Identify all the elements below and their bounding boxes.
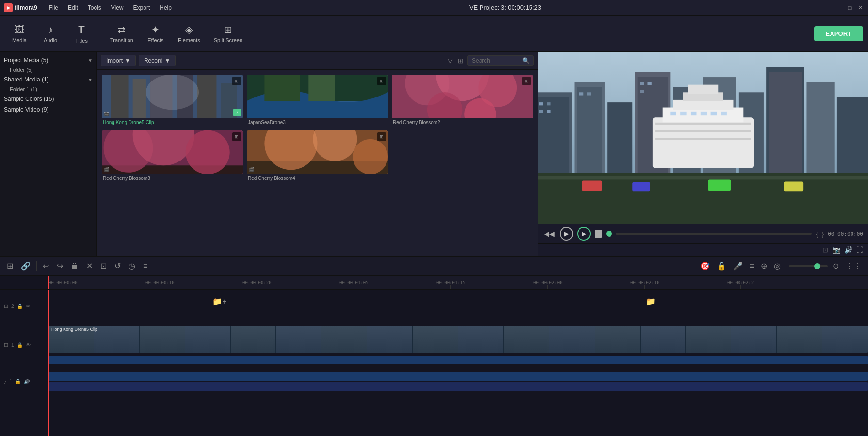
transition-label: Transition — [110, 37, 133, 43]
sidebar-folder-5[interactable]: Folder (5) — [0, 65, 96, 74]
cut-button[interactable]: ✕ — [84, 260, 95, 272]
volume-icon[interactable]: 🔊 — [844, 246, 852, 254]
preview-controls: ◀◀ ▶ ▶ { } 00:00:00:00 — [538, 224, 868, 243]
search-input[interactable] — [472, 57, 520, 64]
grid-view-icon[interactable]: ⊞ — [457, 56, 465, 65]
play-button[interactable]: ▶ — [560, 227, 573, 241]
circle-icon[interactable]: ◎ — [772, 260, 783, 272]
track-lock-a1[interactable]: 🔒 — [15, 379, 21, 384]
track-eye-v1[interactable]: 👁 — [26, 342, 31, 348]
toolbar-splitscreen[interactable]: ⊞ Split Screen — [208, 21, 248, 46]
zoom-fit-icon[interactable]: ⊙ — [831, 260, 841, 272]
search-icon: 🔍 — [522, 57, 530, 64]
play-circle-button[interactable]: ▶ — [577, 227, 591, 241]
screen-fit-icon[interactable]: ⊡ — [822, 246, 828, 254]
timeline-toolbar: ⊞ 🔗 ↩ ↪ 🗑 ✕ ⊡ ↺ ◷ ≡ 🎯 🔒 🎤 ≡ ⊕ ◎ ⊙ ⋮⋮ — [0, 257, 868, 276]
menu-dots-icon[interactable]: ⋮⋮ — [844, 260, 863, 272]
track-v2 — [48, 290, 868, 323]
preview-timeline-bar[interactable] — [616, 233, 812, 235]
media-item-hk[interactable]: ⊞ ✓ 🎬 Hong Kong Drone5 Clip — [102, 75, 243, 127]
crop-button[interactable]: ⊡ — [98, 260, 109, 272]
sidebar-sample-colors[interactable]: Sample Colors (15) — [0, 94, 96, 104]
toolbar-effects[interactable]: ✦ Effects — [141, 21, 170, 46]
adjust-button[interactable]: ≡ — [141, 261, 149, 272]
time-display: 00:00:00:00 — [828, 231, 863, 237]
link-icon[interactable]: 🔗 — [19, 260, 32, 272]
clip-label: Hong Kong Drone5 Clip — [51, 327, 97, 332]
menu-view[interactable]: View — [107, 3, 128, 12]
mix-icon[interactable]: ≡ — [748, 261, 756, 272]
grid-overlay-icon-4: ⊞ — [232, 132, 241, 141]
toolbar-elements[interactable]: ◈ Elements — [172, 21, 206, 46]
effects-icon: ✦ — [151, 24, 160, 35]
ruler-spacer — [0, 276, 48, 290]
toolbar-titles[interactable]: T Titles — [67, 20, 96, 47]
search-box[interactable]: 🔍 — [467, 55, 534, 66]
sidebar-folder-1[interactable]: Folder 1 (1) — [0, 85, 96, 94]
track-eye-a1[interactable]: 🔊 — [24, 379, 30, 384]
svg-rect-48 — [579, 92, 583, 95]
undo-button[interactable]: ↩ — [41, 260, 51, 272]
svg-rect-71 — [708, 179, 731, 191]
track-v1[interactable]: Hong Kong Drone5 Clip — [48, 323, 868, 367]
sidebar-shared-media[interactable]: Shared Media (1) ▼ — [0, 74, 96, 85]
svg-rect-59 — [655, 130, 751, 132]
svg-rect-49 — [587, 92, 591, 95]
audio-icon: ♪ — [48, 24, 53, 35]
import-button[interactable]: Import ▼ — [101, 55, 136, 66]
tl-sep-1 — [36, 261, 37, 271]
sidebar: Project Media (5) ▼ Folder (5) Shared Me… — [0, 52, 97, 256]
playhead-line — [48, 290, 49, 436]
lock-icon[interactable]: 🔒 — [715, 260, 728, 272]
media-item-cherry4[interactable]: ⊞ 🎬 Red Cherry Blossom4 — [247, 130, 388, 182]
window-minimize-button[interactable]: ─ — [835, 4, 843, 12]
rotate-button[interactable]: ↺ — [113, 260, 123, 272]
menu-help[interactable]: Help — [156, 3, 176, 12]
track-lock-v1[interactable]: 🔒 — [17, 342, 23, 348]
add-track-icon[interactable]: ⊞ — [5, 260, 15, 272]
toolbar-transition[interactable]: ⇄ Transition — [104, 21, 139, 46]
filter-icon[interactable]: ▽ — [447, 56, 454, 65]
video-clip-hk[interactable]: Hong Kong Drone5 Clip — [48, 326, 868, 353]
media-item-cherry3[interactable]: ⊞ 🎬 Red Cherry Blossom3 — [102, 130, 243, 182]
import-label: Import — [106, 57, 123, 64]
menu-file[interactable]: File — [45, 3, 62, 12]
media-item-cherry2[interactable]: ⊞ Red Cherry Blossom2 — [392, 75, 533, 127]
step-back-button[interactable]: ◀◀ — [543, 229, 556, 239]
menu-export[interactable]: Export — [129, 3, 154, 12]
content-area: Project Media (5) ▼ Folder (5) Shared Me… — [0, 52, 868, 256]
color-button[interactable]: ◷ — [127, 260, 137, 272]
snap-icon[interactable]: 🎯 — [698, 260, 712, 272]
window-close-button[interactable]: ✕ — [856, 4, 864, 12]
audio-clip-1[interactable] — [48, 372, 868, 381]
menu-edit[interactable]: Edit — [64, 3, 82, 12]
media-item-japan[interactable]: ⊞ JapanSeaDrone3 — [247, 75, 388, 127]
timeline-main: ⊡ 2 🔒 👁 ⊡ 1 🔒 👁 ♪ 1 🔒 🔊 — [0, 276, 868, 436]
sidebar-project-media[interactable]: Project Media (5) ▼ — [0, 55, 96, 65]
toolbar-media[interactable]: 🖼 Media — [5, 21, 34, 46]
audio-track-icon: ♪ — [4, 379, 7, 385]
add-icon[interactable]: ⊕ — [759, 260, 769, 272]
stop-button[interactable] — [595, 230, 602, 238]
menu-tools[interactable]: Tools — [84, 3, 105, 12]
app-logo: ▶ filmora9 — [4, 3, 37, 12]
svg-rect-63 — [691, 112, 696, 115]
mic-icon[interactable]: 🎤 — [731, 260, 745, 272]
delete-button[interactable]: 🗑 — [69, 261, 80, 272]
record-button[interactable]: Record ▼ — [139, 55, 176, 66]
menu-bar: File Edit Tools View Export Help — [45, 3, 176, 12]
toolbar-audio[interactable]: ♪ Audio — [36, 21, 65, 46]
redo-button[interactable]: ↪ — [55, 260, 65, 272]
snapshot-icon[interactable]: 📷 — [832, 246, 840, 254]
sidebar-sample-video[interactable]: Sample Video (9) — [0, 104, 96, 115]
logo-icon: ▶ — [4, 3, 13, 12]
fullscreen-icon[interactable]: ⛶ — [856, 246, 863, 254]
selected-check-icon: ✓ — [233, 109, 241, 116]
zoom-slider[interactable] — [789, 265, 828, 267]
window-maximize-button[interactable]: □ — [846, 4, 853, 12]
media-panel: Import ▼ Record ▼ ▽ ⊞ 🔍 — [97, 52, 538, 256]
export-button[interactable]: EXPORT — [814, 26, 863, 41]
audio-clip-2[interactable] — [48, 382, 868, 391]
ruler-mark-5: 00:00:02:00 — [533, 280, 563, 289]
svg-rect-72 — [784, 182, 804, 192]
